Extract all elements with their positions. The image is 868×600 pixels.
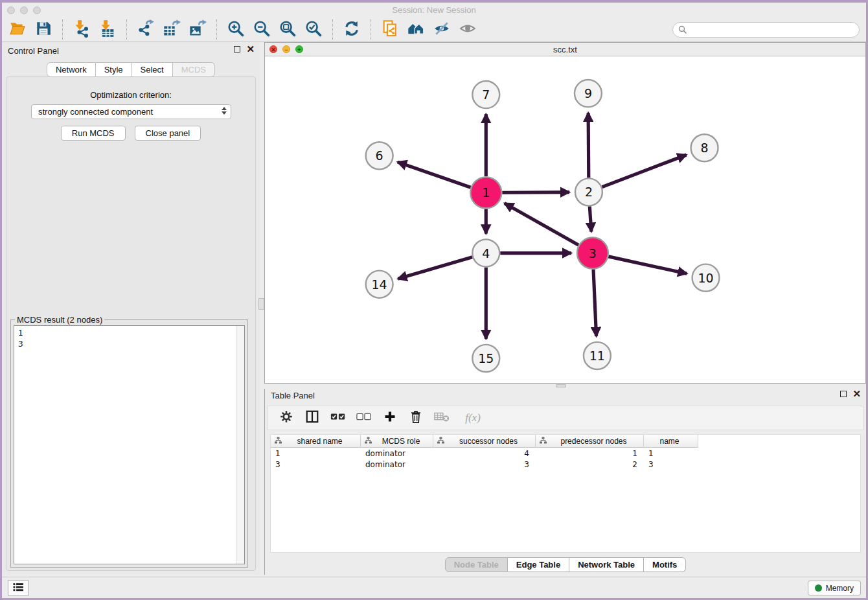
tab-select[interactable]: Select	[132, 62, 173, 77]
column-header-label: name	[644, 437, 698, 446]
column-header-name[interactable]: name	[644, 435, 698, 448]
table-cell[interactable]: 4	[433, 449, 536, 458]
graph-node-9[interactable]: 9	[575, 80, 602, 107]
zoom-out-button[interactable]	[249, 19, 275, 41]
float-panel-icon[interactable]	[840, 391, 847, 397]
import-network-button[interactable]	[69, 19, 95, 41]
edge-1-2[interactable]	[502, 192, 569, 193]
table-settings-button[interactable]	[279, 410, 294, 426]
table-cell[interactable]: 3	[644, 460, 698, 469]
open-session-button[interactable]	[5, 19, 30, 41]
export-network-button[interactable]	[133, 19, 159, 41]
add-column-button[interactable]	[382, 410, 398, 426]
graph-node-10[interactable]: 10	[692, 264, 720, 292]
table-cell[interactable]: 1	[271, 449, 361, 458]
first-neighbors-button[interactable]	[403, 19, 429, 41]
toolbar-separator	[216, 19, 217, 40]
table-cell[interactable]: 1	[644, 449, 698, 458]
column-header-label: shared name	[282, 437, 360, 446]
graph-node-1[interactable]: 1	[470, 177, 501, 208]
edge-3-1[interactable]	[505, 203, 578, 246]
network-view-window: ✕ − + scc.txt 7968124314101511	[264, 42, 866, 384]
edge-2-9[interactable]	[588, 113, 589, 178]
tab-edge-table[interactable]: Edge Table	[508, 557, 569, 572]
graph-node-3[interactable]: 3	[577, 238, 608, 269]
table-row[interactable]: 3dominator323	[271, 459, 860, 470]
search-input[interactable]	[672, 22, 860, 38]
export-table-icon	[162, 19, 181, 40]
refresh-view-button[interactable]	[339, 19, 365, 41]
close-panel-icon[interactable]: ✕	[246, 46, 255, 52]
tab-node-table[interactable]: Node Table	[445, 557, 508, 572]
table-toolbar: f(x)	[268, 406, 863, 430]
graph-node-2[interactable]: 2	[575, 178, 602, 205]
show-all-button[interactable]	[455, 19, 481, 41]
hide-selected-button[interactable]	[429, 19, 455, 41]
tab-style[interactable]: Style	[96, 62, 132, 77]
network-from-file-button[interactable]	[377, 19, 403, 41]
graph-node-8[interactable]: 8	[691, 134, 718, 161]
edge-3-10[interactable]	[608, 257, 687, 273]
graph-node-11[interactable]: 11	[584, 342, 611, 369]
optimization-criterion-label: Optimization criterion:	[6, 90, 255, 100]
delete-table-button[interactable]	[434, 410, 450, 426]
delete-columns-button[interactable]	[408, 410, 424, 426]
zoom-fit-button[interactable]	[275, 19, 301, 41]
tab-network-table[interactable]: Network Table	[569, 557, 644, 572]
toolbar-separator	[126, 19, 127, 40]
edge-2-3[interactable]	[589, 206, 591, 231]
toolbar-separator	[62, 19, 63, 40]
task-history-button[interactable]	[8, 580, 29, 596]
run-mcds-button[interactable]: Run MCDS	[61, 126, 126, 141]
close-panel-button[interactable]: Close panel	[135, 126, 201, 141]
graph-node-7[interactable]: 7	[472, 81, 499, 108]
edge-3-11[interactable]	[593, 270, 597, 336]
close-panel-icon[interactable]: ✕	[852, 391, 861, 397]
edge-4-14[interactable]	[398, 257, 472, 279]
table-cell[interactable]: 1	[536, 449, 644, 458]
tab-motifs[interactable]: Motifs	[644, 557, 686, 572]
clear-all-checks-button[interactable]	[356, 410, 372, 426]
select-all-checks-button[interactable]	[330, 410, 346, 426]
import-table-button[interactable]	[95, 19, 120, 41]
save-session-button[interactable]	[30, 19, 56, 41]
column-header-predecessor-nodes[interactable]: predecessor nodes	[536, 435, 644, 448]
fx-icon: f(x)	[465, 411, 481, 424]
network-canvas-svg[interactable]: 7968124314101511	[265, 56, 865, 383]
network-canvas[interactable]: 7968124314101511	[265, 56, 865, 383]
function-builder-button[interactable]: f(x)	[460, 410, 486, 426]
table-cell[interactable]: dominator	[361, 449, 433, 458]
criterion-select[interactable]: strongly connected component	[31, 104, 231, 119]
tab-network[interactable]: Network	[47, 62, 96, 77]
tab-mcds[interactable]: MCDS	[173, 62, 215, 77]
float-panel-icon[interactable]	[234, 46, 240, 52]
zoom-fit-icon	[279, 19, 297, 40]
graph-node-6[interactable]: 6	[366, 142, 393, 169]
horizontal-splitter-grip[interactable]	[556, 384, 566, 387]
column-header-successor-nodes[interactable]: successor nodes	[433, 435, 536, 448]
svg-text:14: 14	[372, 277, 387, 292]
column-header-MCDS-role[interactable]: MCDS role	[361, 435, 433, 448]
mcds-result-area[interactable]: 1 3	[14, 325, 245, 564]
graph-node-4[interactable]: 4	[472, 240, 499, 267]
toolbar-separator	[332, 19, 333, 40]
vertical-splitter-grip[interactable]	[258, 298, 264, 310]
table-cell[interactable]: 3	[271, 460, 361, 469]
zoom-selected-button[interactable]	[301, 19, 326, 41]
show-columns-button[interactable]	[304, 410, 320, 426]
memory-button[interactable]: Memory	[808, 581, 861, 595]
table-cell[interactable]: 2	[536, 460, 644, 469]
zoom-in-button[interactable]	[223, 19, 249, 41]
export-image-button[interactable]	[185, 19, 211, 41]
table-panel-tabs: Node TableEdge TableNetwork TableMotifs	[265, 556, 866, 573]
result-scrollbar[interactable]	[236, 326, 244, 564]
table-cell[interactable]: dominator	[361, 460, 433, 469]
graph-node-14[interactable]: 14	[366, 271, 393, 298]
edge-2-8[interactable]	[602, 155, 686, 187]
column-header-shared-name[interactable]: shared name	[271, 435, 361, 448]
edge-1-6[interactable]	[398, 162, 471, 187]
graph-node-15[interactable]: 15	[472, 345, 499, 372]
table-cell[interactable]: 3	[433, 460, 536, 469]
export-table-button[interactable]	[159, 19, 185, 41]
table-row[interactable]: 1dominator411	[271, 448, 860, 459]
